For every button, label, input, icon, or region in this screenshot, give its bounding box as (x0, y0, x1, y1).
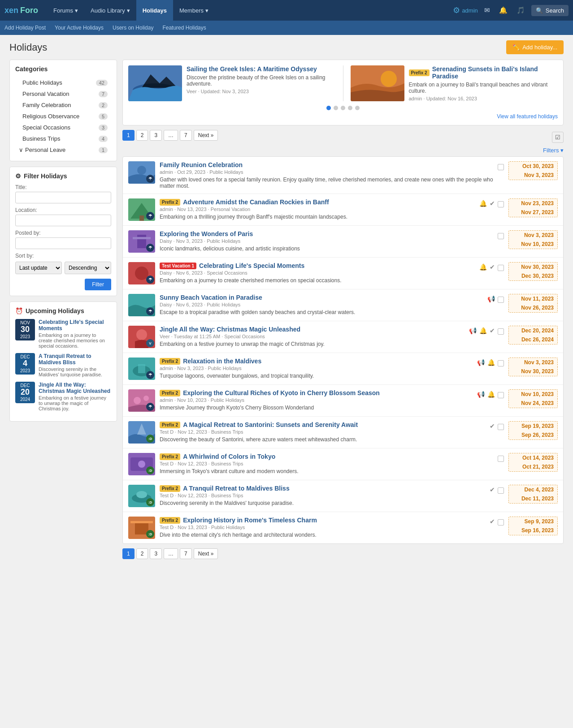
holiday-actions-10: ✔ (490, 485, 504, 494)
page-btn-7-top[interactable]: 7 (180, 130, 192, 141)
holiday-checkbox-3[interactable] (498, 265, 504, 271)
messages-icon[interactable]: ✉ (482, 4, 493, 16)
category-special-occasions[interactable]: Special Occasions 3 (15, 122, 111, 133)
nav-logo[interactable]: xenForo (4, 6, 38, 15)
holiday-title-0[interactable]: Family Reunion Celebration (160, 161, 243, 168)
page-btn-2-bottom[interactable]: 2 (136, 548, 148, 559)
check-circle-icon-10[interactable]: ✔ (490, 486, 495, 493)
sub-nav-featured-holidays[interactable]: Featured Holidays (162, 25, 206, 31)
slider-dot-4[interactable] (355, 106, 360, 110)
page-btn-next-top[interactable]: Next » (194, 130, 218, 141)
holiday-title-2[interactable]: Exploring the Wonders of Paris (160, 230, 253, 237)
date-start-8: Sep 19, 2023 (508, 421, 558, 431)
search-btn[interactable]: 🔍 Search (531, 5, 569, 16)
view-all-featured[interactable]: View all featured holidays (497, 113, 558, 120)
upcoming-title-0[interactable]: Celebrating Life's Special Moments (39, 319, 111, 332)
slider-dot-1[interactable] (334, 106, 338, 110)
megaphone-icon-4[interactable]: 📢 (487, 295, 495, 302)
add-holiday-button[interactable]: ✏️ Add holiday... (506, 40, 564, 54)
featured-card-title-0[interactable]: Sailing the Greek Isles: A Maritime Odys… (187, 65, 336, 73)
holiday-checkbox-8[interactable] (498, 424, 504, 430)
nav-members[interactable]: Members ▾ (173, 0, 215, 21)
thumb-overlay-4: ☂ (146, 307, 154, 315)
holiday-title-1[interactable]: Adventure Amidst the Canadian Rockies in… (183, 198, 329, 206)
nav-audio-library[interactable]: Audio Library ▾ (84, 0, 136, 21)
featured-card-title-1[interactable]: Prefix 2 Serenading Sunsets in Bali's Is… (409, 65, 558, 80)
filter-button[interactable]: Filter (85, 279, 111, 290)
page-btn-1-top[interactable]: 1 (122, 130, 135, 141)
check-circle-icon-8[interactable]: ✔ (490, 422, 495, 430)
sub-nav-add-holiday-post[interactable]: Add Holiday Post (4, 25, 46, 31)
location-input[interactable] (15, 215, 111, 226)
posted-by-input[interactable] (15, 237, 111, 249)
slider-dot-0[interactable] (326, 106, 331, 110)
holiday-title-3[interactable]: Celebrating Life's Special Moments (199, 262, 304, 269)
holiday-checkbox-5[interactable] (498, 328, 504, 335)
megaphone-icon-5[interactable]: 📢 (469, 327, 477, 334)
page-btn-2-top[interactable]: 2 (136, 130, 148, 141)
category-family-celebration[interactable]: Family Celebration 2 (15, 99, 111, 111)
upcoming-title-1[interactable]: A Tranquil Retreat to Maldives Bliss (39, 353, 111, 366)
megaphone-icon-6[interactable]: 📢 (477, 359, 485, 366)
page-btn-ellipsis-bottom: … (164, 548, 178, 559)
megaphone-icon-7[interactable]: 📢 (477, 391, 485, 398)
holiday-checkbox-6[interactable] (498, 360, 504, 366)
holiday-dates-11: Sep 9, 2023 Sep 16, 2023 (508, 517, 558, 535)
bell-icon-3[interactable]: 🔔 (479, 263, 487, 271)
slider-dot-2[interactable] (341, 106, 345, 110)
sort-select[interactable]: Last update Date Title (15, 262, 62, 274)
nav-forums[interactable]: Forums ▾ (47, 0, 84, 21)
category-public-holidays[interactable]: Public Holidays 42 (15, 77, 111, 88)
page-btn-next-bottom[interactable]: Next » (194, 548, 218, 559)
page-btn-1-bottom[interactable]: 1 (122, 548, 135, 559)
holiday-title-8[interactable]: A Magical Retreat to Santorini: Sunsets … (183, 421, 358, 428)
sub-nav-active-holidays[interactable]: Your Active Holidays (55, 25, 104, 31)
holiday-checkbox-10[interactable] (498, 487, 504, 494)
category-religious-observance[interactable]: Religious Observance 5 (15, 111, 111, 122)
category-personal-leave[interactable]: ∨ Personal Leave 1 (15, 144, 111, 155)
title-input[interactable] (15, 192, 111, 203)
sub-nav-users-on-holiday[interactable]: Users on Holiday (113, 25, 153, 31)
holiday-checkbox-7[interactable] (498, 392, 504, 398)
slider-dot-3[interactable] (348, 106, 352, 110)
holiday-title-10[interactable]: A Tranquil Retreat to Maldives Bliss (183, 485, 290, 492)
bell-icon-1[interactable]: 🔔 (479, 200, 487, 207)
bell-icon-5[interactable]: 🔔 (479, 327, 487, 334)
holiday-title-9[interactable]: A Whirlwind of Colors in Tokyo (183, 453, 275, 460)
svg-point-17 (136, 329, 147, 340)
holiday-title-7[interactable]: Exploring the Cultural Riches of Kyoto i… (183, 389, 380, 396)
bell-icon-7[interactable]: 🔔 (487, 391, 495, 398)
media-icon[interactable]: 🎵 (514, 4, 528, 16)
holiday-title-5[interactable]: Jingle All the Way: Christmas Magic Unle… (160, 326, 300, 333)
nav-holidays[interactable]: Holidays (136, 0, 173, 21)
order-select[interactable]: Descending Ascending (65, 262, 111, 274)
holiday-prefix-3: Test Vacation 1 (160, 263, 196, 269)
page-btn-3-bottom[interactable]: 3 (150, 548, 162, 559)
holiday-title-4[interactable]: Sunny Beach Vacation in Paradise (160, 294, 262, 301)
holiday-checkbox-2[interactable] (498, 233, 504, 239)
bell-icon-6[interactable]: 🔔 (487, 359, 495, 366)
category-business-trips[interactable]: Business Trips 4 (15, 133, 111, 144)
select-all-checkbox[interactable]: ☑ (552, 132, 564, 143)
nav-user[interactable]: ⚙ admin (453, 5, 478, 15)
holiday-checkbox-9[interactable] (498, 456, 504, 462)
holiday-checkbox-11[interactable] (498, 519, 504, 526)
holiday-checkbox-4[interactable] (498, 297, 504, 303)
holiday-checkbox-0[interactable] (498, 164, 504, 170)
check-circle-icon-1[interactable]: ✔ (490, 200, 495, 207)
category-personal-vacation[interactable]: Personal Vacation 7 (15, 88, 111, 99)
page-btn-7-bottom[interactable]: 7 (180, 548, 192, 559)
upcoming-title-2[interactable]: Jingle All the Way: Christmas Magic Unle… (39, 382, 111, 394)
holiday-title-row-4: Sunny Beach Vacation in Paradise (160, 294, 483, 301)
holiday-title-6[interactable]: Relaxation in the Maldives (183, 358, 261, 365)
check-circle-icon-11[interactable]: ✔ (490, 518, 495, 525)
holiday-checkbox-1[interactable] (498, 201, 504, 207)
filters-dropdown-btn[interactable]: Filters ▾ (543, 147, 564, 154)
holiday-dates-5: Dec 20, 2024 Dec 26, 2024 (508, 326, 558, 345)
holiday-title-11[interactable]: Exploring History in Rome's Timeless Cha… (183, 517, 317, 524)
check-circle-icon-5[interactable]: ✔ (490, 327, 495, 334)
page-btn-3-top[interactable]: 3 (150, 130, 162, 141)
holiday-body-4: Sunny Beach Vacation in Paradise Daisy ·… (160, 294, 483, 315)
alerts-icon[interactable]: 🔔 (496, 4, 510, 16)
check-circle-icon-3[interactable]: ✔ (490, 263, 495, 271)
